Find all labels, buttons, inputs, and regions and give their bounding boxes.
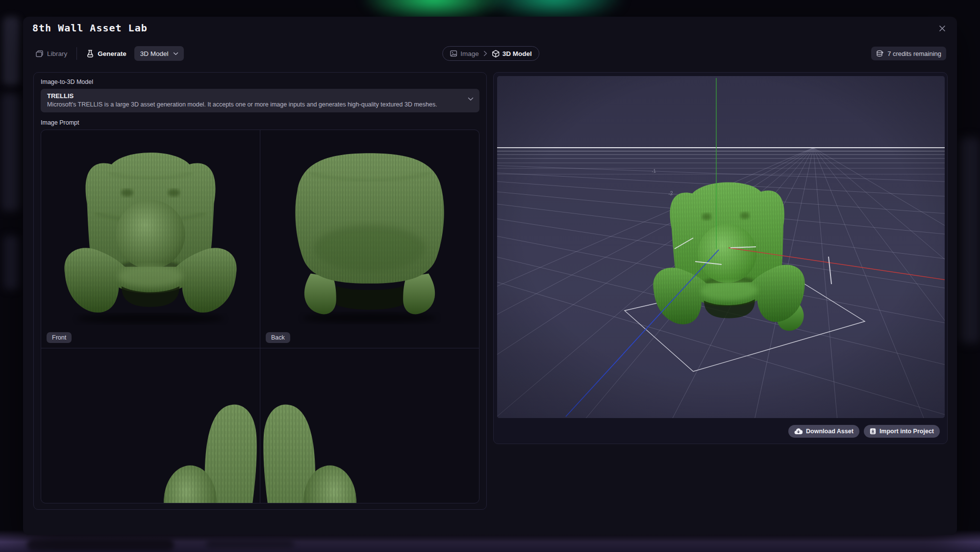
library-icon bbox=[35, 50, 44, 58]
chair-side-image bbox=[41, 376, 260, 503]
breadcrumb-step-model-label: 3D Model bbox=[503, 50, 532, 57]
model-name: TRELLIS bbox=[47, 92, 461, 100]
image-cell-back[interactable]: Back bbox=[260, 130, 479, 348]
download-asset-button[interactable]: Download Asset bbox=[788, 425, 859, 438]
breadcrumb-step-image-label: Image bbox=[460, 50, 479, 57]
generation-form-panel: Image-to-3D Model TRELLIS Microsoft's TR… bbox=[33, 72, 487, 510]
tab-generate[interactable]: Generate bbox=[86, 50, 126, 58]
image-view-badge: Back bbox=[266, 332, 290, 343]
backdrop-sidebar-blur bbox=[3, 17, 20, 85]
breadcrumb: Image 3D Model bbox=[442, 46, 539, 61]
chair-back-image bbox=[275, 140, 464, 325]
image-icon bbox=[450, 50, 457, 57]
image-prompt-grid: Front Back bbox=[41, 130, 479, 503]
close-button[interactable] bbox=[936, 23, 948, 34]
download-asset-label: Download Asset bbox=[806, 428, 854, 435]
chair-front-image bbox=[56, 140, 245, 325]
nav-divider bbox=[76, 47, 77, 60]
backdrop-sidebar-blur bbox=[4, 236, 19, 289]
nav-row: Library Generate 3D Model bbox=[35, 46, 946, 61]
backdrop-right-blur bbox=[960, 137, 980, 343]
chevron-right-icon bbox=[483, 51, 487, 56]
tab-generate-label: Generate bbox=[98, 50, 126, 57]
modal-title: 8th Wall Asset Lab bbox=[32, 22, 148, 34]
screen: 8th Wall Asset Lab Library Gene bbox=[0, 0, 980, 552]
credits-label: 7 credits remaining bbox=[887, 50, 941, 57]
tab-library-label: Library bbox=[47, 50, 67, 57]
backdrop-sidebar-blur bbox=[2, 93, 20, 211]
model-type-dropdown[interactable]: 3D Model bbox=[134, 46, 184, 61]
credits-coins-icon bbox=[876, 50, 884, 57]
model-select-dropdown[interactable]: TRELLIS Microsoft's TRELLIS is a large 3… bbox=[41, 89, 479, 112]
chevron-down-icon bbox=[468, 97, 474, 101]
backdrop-bottom-blur bbox=[27, 539, 174, 552]
cloud-download-icon bbox=[794, 428, 803, 435]
import-into-project-label: Import into Project bbox=[879, 428, 934, 435]
image-cell-side-right[interactable] bbox=[260, 348, 479, 503]
breadcrumb-step-image[interactable]: Image bbox=[450, 50, 479, 57]
chevron-down-icon bbox=[173, 52, 178, 55]
chair-side-mirrored-image bbox=[260, 376, 479, 503]
model-description: Microsoft's TRELLIS is a large 3D asset … bbox=[47, 101, 461, 108]
backdrop-bottom-blur bbox=[206, 540, 294, 551]
viewport-actions: Download Asset Import into Project bbox=[788, 425, 940, 438]
asset-lab-modal: 8th Wall Asset Lab Library Gene bbox=[23, 17, 957, 535]
cube-icon bbox=[492, 50, 500, 58]
model-section-label: Image-to-3D Model bbox=[41, 79, 479, 85]
image-prompt-label: Image Prompt bbox=[41, 119, 479, 126]
3d-viewport-canvas[interactable]: -1 -2 bbox=[497, 76, 945, 418]
model-type-value: 3D Model bbox=[140, 50, 169, 57]
flask-icon bbox=[86, 50, 94, 58]
3d-scene: -1 -2 bbox=[497, 76, 945, 418]
viewer-panel: -1 -2 bbox=[493, 72, 948, 444]
image-view-badge: Front bbox=[47, 332, 72, 343]
credits-badge: 7 credits remaining bbox=[871, 47, 946, 60]
close-icon bbox=[938, 25, 946, 32]
image-cell-front[interactable]: Front bbox=[41, 130, 260, 348]
breadcrumb-step-model[interactable]: 3D Model bbox=[492, 50, 532, 58]
import-into-project-button[interactable]: Import into Project bbox=[864, 425, 940, 438]
image-cell-side-left[interactable] bbox=[41, 348, 260, 503]
import-box-icon bbox=[870, 428, 876, 435]
tab-library[interactable]: Library bbox=[35, 50, 67, 58]
